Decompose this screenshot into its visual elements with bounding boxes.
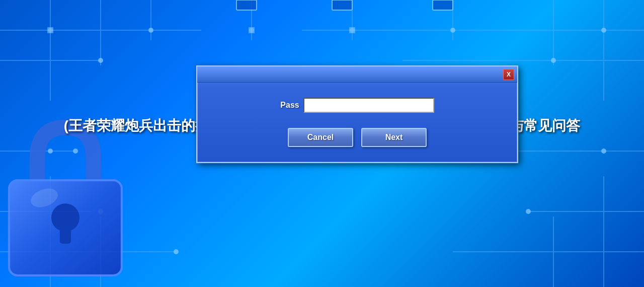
password-row: Pass <box>217 98 497 113</box>
svg-point-27 <box>450 28 455 33</box>
next-button[interactable]: Next <box>361 128 427 147</box>
svg-point-34 <box>526 209 531 214</box>
svg-point-26 <box>350 28 355 33</box>
svg-rect-44 <box>60 223 71 244</box>
svg-rect-41 <box>433 0 453 10</box>
password-label: Pass <box>280 101 299 110</box>
svg-point-22 <box>48 28 53 33</box>
svg-point-23 <box>98 58 103 63</box>
svg-point-25 <box>249 28 254 33</box>
svg-point-35 <box>601 149 606 154</box>
svg-point-24 <box>148 28 153 33</box>
svg-rect-39 <box>236 0 257 10</box>
dialog-buttons: Cancel Next <box>288 128 427 147</box>
close-button[interactable]: X <box>503 69 514 80</box>
dialog-titlebar: X <box>197 66 517 83</box>
cancel-button[interactable]: Cancel <box>288 128 353 147</box>
svg-point-33 <box>174 249 179 254</box>
dialog-body: Pass Cancel Next <box>197 83 517 162</box>
password-input[interactable] <box>303 98 434 113</box>
password-dialog: X Pass Cancel Next <box>196 65 518 163</box>
svg-point-28 <box>551 58 556 63</box>
svg-point-29 <box>601 28 606 33</box>
svg-rect-40 <box>332 0 352 10</box>
